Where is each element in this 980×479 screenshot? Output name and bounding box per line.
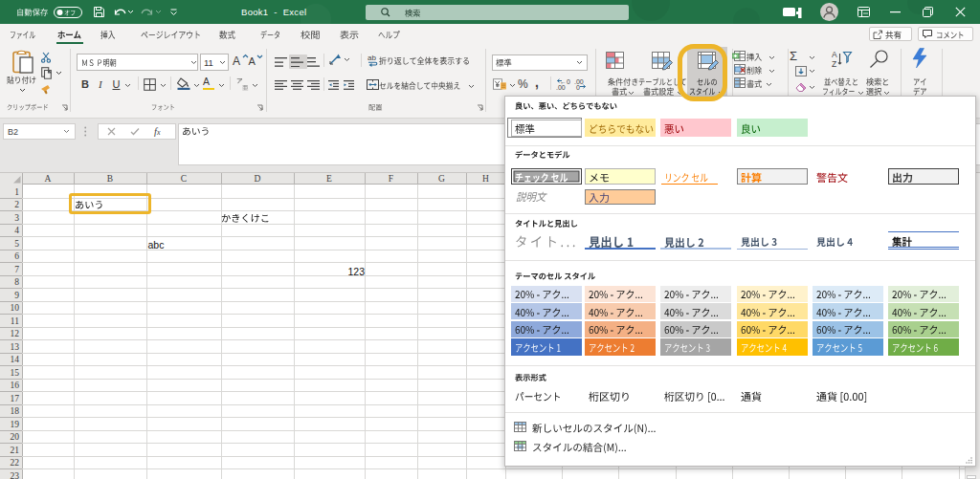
svg-text:Z: Z xyxy=(832,59,836,69)
svg-text:A: A xyxy=(832,50,837,59)
svg-text:.00: .00 xyxy=(556,84,566,91)
svg-text:0: 0 xyxy=(576,84,580,91)
